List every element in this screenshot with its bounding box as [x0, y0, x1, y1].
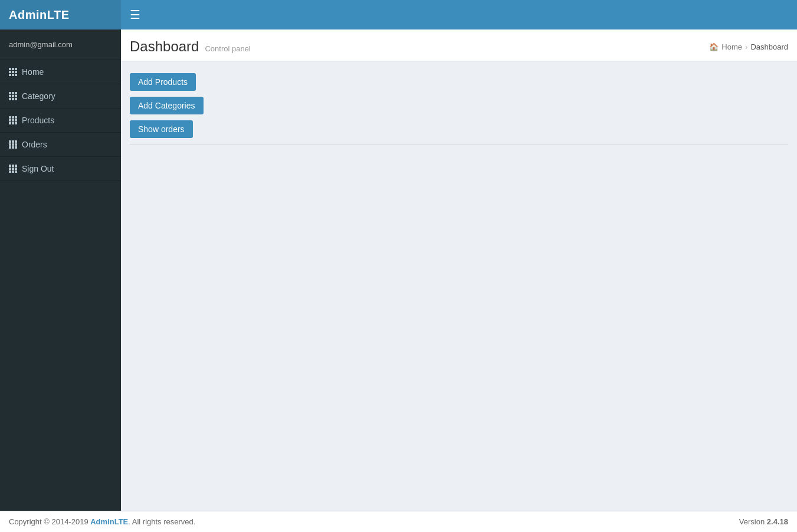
footer-version-number: 2.4.18	[767, 517, 788, 526]
hamburger-icon: ☰	[130, 8, 140, 21]
sidebar-item-signout[interactable]: Sign Out	[0, 157, 121, 181]
sidebar-item-category[interactable]: Category	[0, 84, 121, 109]
sidebar-label-products: Products	[22, 116, 54, 125]
app-name: AdminLTE	[9, 8, 70, 22]
control-panel-label: Control panel	[205, 44, 250, 53]
home-icon: 🏠	[709, 42, 719, 51]
content-header-left: Dashboard Control panel	[130, 38, 251, 55]
logo: AdminLTE	[0, 0, 121, 29]
page-wrapper: admin@gmail.com Home	[0, 29, 797, 511]
main-header: AdminLTE ☰	[0, 0, 797, 29]
footer-rights: . All rights reserved.	[128, 517, 195, 526]
sidebar-link-home[interactable]: Home	[0, 60, 121, 84]
add-categories-button[interactable]: Add Categories	[130, 97, 204, 114]
sidebar-link-category[interactable]: Category	[0, 84, 121, 108]
grid-icon-category	[9, 92, 17, 100]
footer-link[interactable]: AdminLTE	[90, 517, 128, 526]
grid-icon-signout	[9, 165, 17, 173]
footer-copyright-text: Copyright © 2014-2019	[9, 517, 90, 526]
breadcrumb-current: Dashboard	[750, 42, 788, 51]
content-divider	[130, 144, 788, 145]
sidebar-link-products[interactable]: Products	[0, 109, 121, 132]
breadcrumb-separator: ›	[745, 42, 747, 51]
footer-copyright: Copyright © 2014-2019 AdminLTE. All righ…	[9, 517, 195, 526]
footer-version-container: Version 2.4.18	[739, 517, 788, 526]
content-wrapper: Dashboard Control panel 🏠 Home › Dashboa…	[121, 29, 797, 511]
content-header: Dashboard Control panel 🏠 Home › Dashboa…	[121, 29, 797, 61]
page-title: Dashboard	[130, 38, 199, 55]
sidebar-label-signout: Sign Out	[22, 164, 54, 173]
sidebar: admin@gmail.com Home	[0, 29, 121, 511]
main-footer: Copyright © 2014-2019 AdminLTE. All righ…	[0, 511, 797, 532]
show-orders-button[interactable]: Show orders	[130, 120, 193, 138]
sidebar-label-home: Home	[22, 67, 44, 77]
sidebar-label-category: Category	[22, 91, 55, 101]
sidebar-user-panel: admin@gmail.com	[0, 29, 121, 60]
sidebar-link-signout[interactable]: Sign Out	[0, 157, 121, 180]
footer-version: Version 2.4.18	[739, 517, 788, 526]
navbar-toggle-button[interactable]: ☰	[121, 0, 149, 29]
action-buttons-container: Add Products Add Categories Show orders	[130, 73, 788, 138]
sidebar-link-orders[interactable]: Orders	[0, 133, 121, 156]
sidebar-item-orders[interactable]: Orders	[0, 133, 121, 157]
grid-icon-products	[9, 116, 17, 124]
breadcrumb: 🏠 Home › Dashboard	[709, 42, 788, 51]
add-products-button[interactable]: Add Products	[130, 73, 196, 91]
user-email: admin@gmail.com	[9, 35, 112, 54]
sidebar-item-products[interactable]: Products	[0, 109, 121, 133]
breadcrumb-home-text: Home	[721, 42, 742, 51]
sidebar-menu: Home Category	[0, 60, 121, 181]
sidebar-label-orders: Orders	[22, 140, 47, 149]
main-content: Add Products Add Categories Show orders	[121, 61, 797, 156]
grid-icon-orders	[9, 140, 17, 149]
sidebar-item-home[interactable]: Home	[0, 60, 121, 84]
grid-icon-home	[9, 68, 17, 76]
